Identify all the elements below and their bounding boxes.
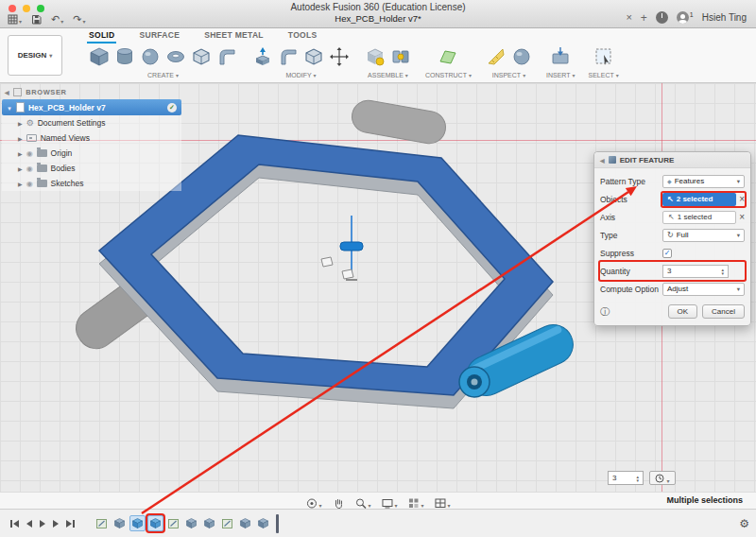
cancel-button[interactable]: Cancel [702, 304, 745, 319]
objects-selection-chip[interactable]: 2 selected [662, 193, 736, 206]
axis-value: 1 selected [678, 213, 712, 221]
timeline-feature-extrude[interactable] [201, 515, 217, 531]
quantity-label: Quantity [600, 267, 659, 276]
quantity-spinner[interactable]: 3 [608, 471, 644, 485]
timeline-feature-sketch[interactable] [94, 515, 110, 531]
coil-primitive-icon[interactable] [190, 45, 213, 68]
timeline-feature-pattern-annotated[interactable] [147, 515, 163, 531]
timeline-play-button[interactable] [36, 515, 49, 532]
browser-collapse-icon[interactable] [5, 88, 9, 96]
timeline-feature-extrude[interactable] [183, 515, 199, 531]
features-icon [667, 177, 672, 185]
select-tool-icon[interactable] [593, 45, 615, 68]
measure-icon[interactable] [485, 45, 507, 68]
visibility-eye-icon[interactable] [26, 179, 33, 188]
user-name[interactable]: Hsieh Ting [702, 12, 747, 23]
account-button[interactable]: 1 [677, 11, 694, 24]
group-label-insert[interactable]: INSERT [546, 72, 576, 78]
tab-close-button[interactable]: × [626, 12, 631, 23]
new-component-icon[interactable] [364, 45, 387, 68]
timeline-feature-extrude[interactable] [112, 515, 128, 531]
fillet-icon[interactable] [277, 45, 300, 68]
expand-caret-icon[interactable] [18, 118, 23, 128]
timeline-feature-extrude[interactable] [255, 515, 271, 531]
construction-plane-icon[interactable] [437, 45, 459, 68]
group-label-construct[interactable]: CONSTRUCT [425, 72, 472, 78]
expand-caret-icon[interactable] [18, 133, 23, 143]
type-label: Type [600, 231, 659, 240]
timeline-step-back-button[interactable] [23, 515, 36, 532]
box-primitive-icon[interactable] [88, 45, 111, 68]
browser-item-document-settings[interactable]: Document Settings [2, 115, 181, 130]
timer-button[interactable] [649, 471, 676, 485]
browser-item-sketches[interactable]: Sketches [2, 176, 181, 191]
browser-root-node[interactable]: Hex_PCB_Holder v7 [2, 99, 181, 115]
tab-sheet-metal[interactable]: SHEET METAL [202, 28, 266, 43]
move-copy-icon[interactable] [328, 45, 351, 68]
timeline-feature-extrude-selected[interactable] [129, 515, 146, 531]
pattern-type-label: Pattern Type [600, 177, 659, 186]
document-tab[interactable]: Hex_PCB_Holder v7* [323, 12, 432, 25]
tab-solid[interactable]: SOLID [87, 28, 116, 43]
undo-icon [51, 13, 60, 26]
ok-button[interactable]: OK [668, 304, 698, 319]
new-tab-button[interactable]: + [641, 12, 647, 24]
tab-tools[interactable]: TOOLS [286, 28, 319, 43]
cylinder-primitive-icon[interactable] [113, 45, 136, 68]
timeline-feature-extrude[interactable] [237, 515, 253, 531]
redo-button[interactable] [73, 13, 85, 26]
joint-icon[interactable] [389, 45, 412, 68]
timeline-settings-gear-icon[interactable] [739, 517, 749, 530]
browser-item-named-views[interactable]: Named Views [2, 130, 181, 146]
undo-button[interactable] [51, 13, 63, 26]
save-button[interactable] [31, 14, 42, 25]
browser-item-origin[interactable]: Origin [2, 146, 181, 161]
axis-clear-button[interactable]: × [739, 213, 745, 222]
shell-icon[interactable] [302, 45, 325, 68]
tab-surface[interactable]: SURFACE [137, 28, 181, 43]
group-label-select[interactable]: SELECT [589, 72, 619, 78]
timeline-feature-sketch[interactable] [219, 515, 235, 531]
browser-item-bodies[interactable]: Bodies [2, 161, 181, 176]
quantity-input[interactable]: 3 [662, 265, 729, 278]
pattern-type-select[interactable]: Features [662, 175, 745, 188]
job-status-icon[interactable] [656, 11, 668, 24]
insert-icon[interactable] [549, 45, 572, 68]
axis-selection-chip[interactable]: 1 selected [662, 211, 736, 224]
section-analysis-icon[interactable] [510, 45, 533, 68]
pan-button[interactable] [332, 497, 344, 510]
suppress-checkbox[interactable] [662, 249, 672, 258]
expand-caret-icon[interactable] [18, 164, 23, 173]
expand-caret-icon[interactable] [18, 148, 23, 158]
group-label-assemble[interactable]: ASSEMBLE [368, 72, 408, 78]
full-rotation-icon [667, 231, 674, 239]
info-icon[interactable] [600, 305, 610, 319]
visibility-eye-icon[interactable] [26, 148, 33, 158]
dialog-collapse-icon[interactable] [600, 156, 605, 165]
pattern-axis-manipulator[interactable] [321, 216, 363, 280]
stepper-arrows-icon[interactable] [721, 268, 724, 275]
objects-clear-button[interactable]: × [739, 195, 745, 204]
expand-caret-icon[interactable] [7, 103, 12, 113]
torus-primitive-icon[interactable] [164, 45, 187, 68]
timeline-skip-end-button[interactable] [62, 515, 78, 532]
group-label-inspect[interactable]: INSPECT [492, 72, 525, 78]
compute-option-select[interactable]: Adjust [662, 283, 745, 296]
pipe-primitive-icon[interactable] [215, 45, 238, 68]
type-select[interactable]: Full [662, 229, 745, 242]
timeline-step-forward-button[interactable] [49, 515, 62, 532]
stepper-arrows-icon[interactable] [636, 475, 639, 482]
folder-icon [37, 180, 47, 187]
timeline-feature-sketch[interactable] [165, 515, 181, 531]
timeline-skip-start-button[interactable] [7, 515, 23, 532]
group-label-modify[interactable]: MODIFY [285, 72, 316, 78]
expand-caret-icon[interactable] [18, 179, 23, 188]
visibility-eye-icon[interactable] [26, 164, 33, 173]
sphere-primitive-icon[interactable] [139, 45, 162, 68]
workspace-dropdown[interactable]: DESIGN [8, 35, 62, 76]
group-label-create[interactable]: CREATE [147, 72, 179, 78]
gray-clamp-top[interactable] [350, 98, 448, 147]
press-pull-icon[interactable] [251, 45, 274, 68]
timeline-position-marker[interactable] [276, 514, 279, 533]
file-menu-button[interactable] [8, 14, 22, 26]
